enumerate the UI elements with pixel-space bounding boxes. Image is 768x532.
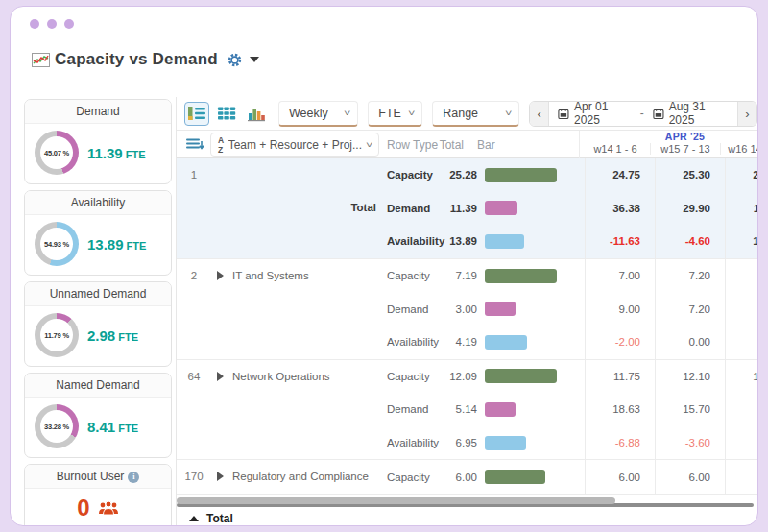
expand-caret-icon[interactable] [215, 372, 225, 381]
donut-chart: 33.28 % [35, 404, 79, 448]
title-bar: Capacity vs Demand [32, 50, 259, 69]
metric-card: Availability54.93 %13.89FTE [24, 190, 172, 276]
grid-view-icon[interactable] [214, 102, 239, 126]
fte-number: 11.39 [87, 145, 123, 161]
window-dot[interactable] [30, 19, 39, 29]
table-group: 2IT and SystemsCapacity7.197.007.207.20D… [177, 259, 757, 360]
metric-card-title: Demand [25, 100, 171, 124]
burnout-count: 0 [77, 495, 89, 521]
settings-dropdown-caret[interactable] [250, 57, 259, 62]
donut-percent-label: 11.79 % [40, 319, 73, 351]
group-name: IT and Systems [232, 270, 376, 281]
calendar-icon [653, 108, 664, 120]
column-header-bar: Bar [477, 138, 495, 152]
week-value-cell: 7.20 [655, 259, 725, 293]
fte-unit: FTE [118, 331, 138, 343]
fte-value: 13.89FTE [87, 236, 146, 253]
row-type-cell: Capacity [387, 371, 446, 382]
people-icon [98, 500, 119, 516]
week-value-cell: 11.75 [585, 360, 655, 394]
week-value-cell: 6.00 [725, 460, 757, 494]
group-name: Total [232, 202, 376, 213]
metric-card: Named Demand33.28 %8.41FTE [24, 373, 172, 458]
row-type-cell: Demand [387, 303, 446, 315]
collapse-icon[interactable] [189, 516, 199, 521]
date-range-picker: ‹ Apr 01 2025 - [529, 101, 757, 127]
value-bar [485, 201, 517, 215]
table-row[interactable]: Availability4.19-2.000.005.40 [177, 326, 757, 359]
page-title: Capacity vs Demand [55, 50, 218, 69]
group-by-select[interactable]: AZ Team + Resource + Proj... ˅ [210, 133, 379, 157]
fte-unit: FTE [118, 423, 138, 434]
metric-card-body: 11.79 %2.98FTE [25, 306, 171, 366]
fte-unit: FTE [127, 240, 147, 252]
scrollbar-thumb[interactable] [177, 497, 615, 504]
chevron-down-icon: ˅ [366, 140, 372, 150]
metric-card-body: 33.28 %8.41FTE [25, 398, 171, 457]
row-type-cell: Capacity [387, 169, 446, 181]
gear-icon[interactable] [227, 52, 243, 68]
total-value-cell: 13.89 [446, 235, 477, 247]
group-name: Network Operations [232, 371, 376, 382]
week-value-cell: 6.00 [655, 460, 725, 494]
week-value-cell: 36.38 [585, 192, 655, 226]
value-bar [485, 302, 516, 316]
value-bar [485, 335, 527, 350]
chevron-down-icon: ˅ [408, 109, 415, 118]
week-value-cell: 13.50 [725, 225, 757, 258]
table-row[interactable]: Availability13.89-11.63-4.6013.50 [177, 225, 757, 258]
start-date-field[interactable]: Apr 01 2025 [549, 102, 640, 126]
chevron-down-icon: ˅ [505, 109, 512, 118]
fte-number: 13.89 [87, 236, 124, 253]
value-bar [485, 470, 545, 484]
chevron-down-icon: ˅ [344, 109, 350, 118]
next-period-button[interactable]: › [737, 102, 756, 126]
prev-period-button[interactable]: ‹ [530, 102, 549, 126]
expand-caret-icon[interactable] [215, 271, 225, 280]
table-row[interactable]: Capacity25.2824.7525.3025.30 [177, 158, 757, 192]
bar-cell [477, 269, 585, 283]
week-value-cell: -3.60 [655, 426, 725, 460]
end-date-field[interactable]: Aug 31 2025 [644, 102, 737, 126]
range-select[interactable]: Range˅ [432, 101, 519, 127]
toolbar: Weekly˅ FTE˅ Range˅ ‹ [177, 97, 757, 130]
window-dot[interactable] [64, 19, 74, 29]
view-switcher [184, 102, 269, 126]
bar-cell [477, 436, 585, 450]
group-id: 64 [179, 371, 209, 382]
total-value-cell: 5.14 [446, 403, 477, 415]
bar-chart-view-icon[interactable] [244, 102, 269, 126]
metric-card: Demand45.07 %11.39FTE [24, 99, 172, 184]
fte-unit: FTE [126, 149, 146, 160]
unit-select[interactable]: FTE˅ [368, 101, 422, 127]
week-value-cell: 7.80 [725, 393, 757, 426]
display-order-icon[interactable] [186, 137, 204, 152]
total-value-cell: 3.00 [446, 303, 477, 315]
chart-list-view-icon[interactable] [184, 102, 209, 126]
expand-caret-icon[interactable] [215, 472, 225, 481]
footer-total-label: Total [206, 512, 233, 525]
week-value-cell: 24.75 [585, 158, 655, 192]
horizontal-scrollbar [177, 496, 757, 509]
week-value-cell: 7.20 [725, 259, 757, 293]
metric-card-body: 54.93 %13.89FTE [25, 215, 171, 275]
table-row[interactable]: Demand5.1418.6315.707.80 [177, 393, 757, 426]
window-control-dots[interactable] [30, 19, 74, 29]
group-name: Regulatory and Compliance [232, 471, 376, 482]
week-value-cell: -11.63 [585, 225, 655, 258]
window-dot[interactable] [47, 19, 57, 29]
info-icon[interactable]: i [128, 472, 139, 483]
week-value-cell: -2.00 [585, 326, 655, 359]
group-id: 2 [179, 270, 209, 281]
column-header-total: Total [428, 138, 464, 152]
donut-percent-label: 45.07 % [40, 136, 73, 169]
table-row[interactable]: Availability6.95-6.88-3.604.30 [177, 426, 757, 460]
fte-number: 2.98 [87, 327, 115, 344]
interval-select[interactable]: Weekly˅ [278, 101, 358, 127]
table-row[interactable]: Demand3.009.007.201.80 [177, 292, 757, 326]
metric-card-title: Unnamed Demand [25, 282, 171, 306]
bar-cell [477, 302, 585, 316]
metric-card-title: Named Demand [25, 374, 171, 398]
value-bar [485, 402, 516, 417]
week-value-cell: 25.30 [655, 158, 725, 192]
